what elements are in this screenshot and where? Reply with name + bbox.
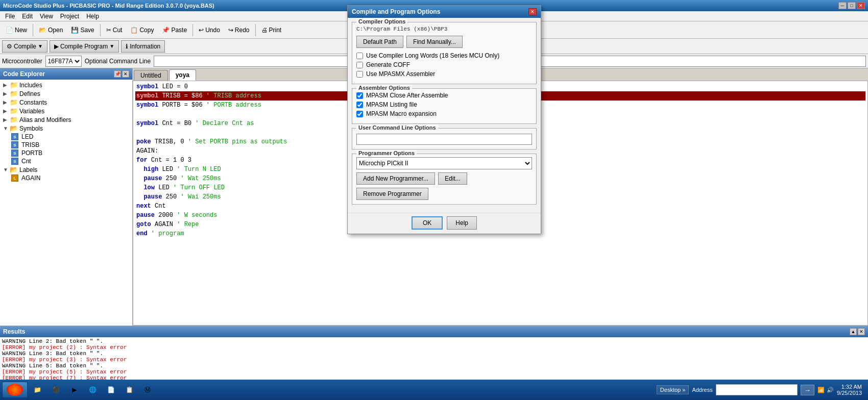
programmer-select[interactable]: Microchip PICkit II PICkit 3 ICD 3 REAL …	[356, 157, 532, 169]
tree-item-portb[interactable]: S PORTB	[1, 149, 131, 157]
code-explorer-pin-btn[interactable]: 📌	[114, 70, 121, 78]
folder-icon: 📂	[10, 166, 18, 173]
minimize-button[interactable]: ─	[838, 2, 847, 9]
tree-item-symbols[interactable]: ▼ 📂 Symbols	[1, 124, 131, 133]
mpasm-close-checkbox[interactable]	[356, 92, 363, 99]
paste-button[interactable]: 📌 Paste	[158, 23, 190, 37]
label-icon: L	[11, 174, 18, 182]
help-button[interactable]: Help	[447, 216, 477, 230]
programmer-options-label: Programmer Options	[356, 150, 417, 156]
paste-icon: 📌	[162, 27, 170, 34]
compile-program-options-dialog: Compile and Program Options ✕ Compiler O…	[347, 5, 541, 234]
code-explorer-title: Code Explorer	[3, 70, 45, 78]
tree-item-constants[interactable]: ▶ 📁 Constants	[1, 98, 131, 107]
start-button[interactable]	[2, 382, 28, 398]
information-icon: ℹ	[126, 43, 128, 50]
menu-file[interactable]: File	[2, 12, 18, 20]
optional-command-line-label: Optional Command Line	[85, 58, 151, 65]
long-words-label: Use Compiler Long Words (18 Series MCU O…	[366, 52, 499, 59]
taskbar-app-chrome[interactable]: 🌐	[84, 382, 101, 398]
tree-item-labels[interactable]: ▼ 📂 Labels	[1, 165, 131, 174]
ok-button[interactable]: OK	[412, 216, 443, 230]
redo-button[interactable]: ↪ Redo	[225, 23, 253, 37]
undo-button[interactable]: ↩ Undo	[195, 23, 224, 37]
close-button[interactable]: ✕	[857, 2, 865, 9]
toolbar-separator-4	[255, 24, 256, 36]
tree-item-defines[interactable]: ▶ 📁 Defines	[1, 89, 131, 98]
assembler-options-section: Assembler Options MPASM Close After Asse…	[352, 88, 537, 124]
default-path-button[interactable]: Default Path	[356, 36, 403, 48]
print-button[interactable]: 🖨 Print	[258, 23, 285, 37]
results-close-btn[interactable]: ✕	[858, 328, 865, 335]
mpasm-macro-checkbox[interactable]	[356, 111, 363, 117]
compile-dropdown-icon[interactable]: ▼	[38, 43, 43, 49]
taskbar-app-picbasic[interactable]: 📋	[120, 382, 138, 398]
remove-programmer-button[interactable]: Remove Programmer	[356, 188, 428, 200]
open-button[interactable]: 📂 Open	[35, 23, 66, 37]
menu-project[interactable]: Project	[57, 12, 82, 20]
tree-item-alias[interactable]: ▶ 📁 Alias and Modifiers	[1, 115, 131, 124]
menu-view[interactable]: View	[37, 12, 56, 20]
maximize-button[interactable]: □	[848, 2, 856, 9]
tree-item-variables[interactable]: ▶ 📁 Variables	[1, 107, 131, 115]
results-controls: ▲ ✕	[850, 328, 865, 335]
edit-programmer-button[interactable]: Edit...	[438, 172, 467, 185]
code-explorer: Code Explorer 📌 ✕ ▶ 📁 Includes ▶ 📁 Defin…	[0, 68, 133, 326]
code-explorer-controls: 📌 ✕	[114, 70, 129, 78]
address-input[interactable]	[716, 384, 798, 395]
tree-item-led[interactable]: S LED	[1, 133, 131, 141]
menu-edit[interactable]: Edit	[19, 12, 36, 20]
taskbar-app-acrobat[interactable]: 📄	[102, 382, 119, 398]
tab-yoya[interactable]: yoya	[169, 69, 196, 81]
add-programmer-button[interactable]: Add New Programmer...	[356, 172, 435, 185]
results-expand-btn[interactable]: ▲	[850, 328, 857, 335]
tree-item-trisb[interactable]: S TRISB	[1, 141, 131, 149]
compiler-buttons: Default Path Find Manually...	[356, 36, 532, 48]
tree-item-again[interactable]: L AGAIN	[1, 174, 131, 182]
dialog-title-bar: Compile and Program Options ✕	[348, 6, 541, 18]
windows-logo	[7, 384, 23, 396]
coff-checkbox[interactable]	[356, 62, 363, 68]
cut-button[interactable]: ✂ Cut	[103, 23, 126, 37]
tree-item-cnt[interactable]: S Cnt	[1, 157, 131, 165]
taskbar-app-player[interactable]: ▶	[65, 382, 83, 398]
expand-icon: ▼	[3, 167, 8, 172]
mpasm-listing-checkbox[interactable]	[356, 102, 363, 108]
user-command-line-input[interactable]	[356, 134, 532, 145]
taskbar-app-media[interactable]: ⚫	[47, 382, 64, 398]
compiler-checkboxes: Use Compiler Long Words (18 Series MCU O…	[356, 52, 532, 78]
tree-item-includes[interactable]: ▶ 📁 Includes	[1, 81, 131, 89]
taskbar-app-explorer[interactable]: 📁	[29, 382, 46, 398]
app-title: MicroCode Studio Plus - PICBASIC PRO - M…	[3, 3, 214, 9]
expand-icon: ▶	[3, 91, 8, 96]
save-button[interactable]: 💾 Save	[67, 23, 98, 37]
long-words-checkbox[interactable]	[356, 53, 363, 59]
code-explorer-header: Code Explorer 📌 ✕	[0, 68, 132, 80]
compile-program-button[interactable]: ▶ Compile Program ▼	[50, 40, 119, 53]
mpasm-macro-label: MPASM Macro expansion	[366, 110, 437, 117]
desktop-button[interactable]: Desktop »	[657, 385, 689, 394]
code-explorer-close-btn[interactable]: ✕	[122, 70, 129, 78]
dialog-body: Compiler Options C:\Program Files (x86)\…	[348, 18, 541, 213]
taskbar: 📁 ⚫ ▶ 🌐 📄 📋 Ⓜ Desktop » Address → 📶🔊 1:3…	[0, 380, 868, 400]
compile-button[interactable]: ⚙ Compile ▼	[2, 40, 47, 53]
find-manually-button[interactable]: Find Manually...	[406, 36, 463, 48]
information-button[interactable]: ℹ Information	[121, 40, 165, 53]
microcontroller-select[interactable]: 16F877A 16F628A 16F84A 18F4550	[45, 56, 82, 67]
new-icon: 📄	[6, 27, 13, 34]
dialog-close-button[interactable]: ✕	[528, 8, 537, 15]
checkbox-long-words: Use Compiler Long Words (18 Series MCU O…	[356, 52, 532, 59]
new-button[interactable]: 📄 New	[2, 23, 31, 37]
menu-help[interactable]: Help	[83, 12, 102, 20]
compile-program-dropdown-icon[interactable]: ▼	[109, 43, 114, 49]
folder-icon: 📁	[10, 81, 18, 89]
mpasmx-checkbox[interactable]	[356, 71, 363, 78]
expand-icon: ▶	[3, 82, 8, 88]
go-button[interactable]: →	[801, 385, 814, 395]
tab-untitled[interactable]: Untitled	[134, 70, 168, 81]
copy-button[interactable]: 📋 Copy	[127, 23, 157, 37]
programmer-options-section: Programmer Options Microchip PICkit II P…	[352, 154, 537, 205]
taskbar-app-m[interactable]: Ⓜ	[139, 382, 156, 398]
microcontroller-label: Microcontroller	[2, 58, 42, 65]
symbol-icon: S	[11, 133, 18, 140]
